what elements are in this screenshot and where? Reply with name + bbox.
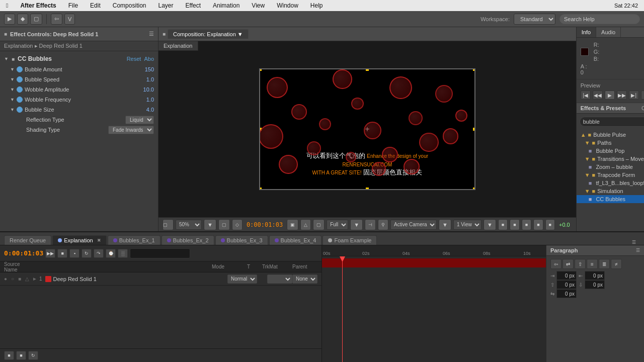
panel-options[interactable]: ☰ <box>149 31 154 37</box>
toolbar-btn-2[interactable]: ◆ <box>17 14 28 25</box>
para-indent-right[interactable] <box>585 271 605 280</box>
playhead[interactable] <box>342 256 343 362</box>
comp-toolbar-btn-region[interactable]: ▢ <box>163 219 174 230</box>
comp-toolbar-btn-grid[interactable]: ⊣ <box>365 219 376 230</box>
prop-value-wobble-frequency[interactable]: 1.0 <box>146 97 154 103</box>
comp-toolbar-btn-6[interactable]: ▢ <box>313 219 325 230</box>
timeline-tab-bubbles-ex2[interactable]: Bubbles_Ex_2 <box>162 235 214 245</box>
menu-effect[interactable]: Effect <box>184 1 203 10</box>
comp-toolbar-btn-4[interactable]: ▣ <box>287 219 298 230</box>
layer-collapse-toggle[interactable]: ► <box>32 276 39 282</box>
comp-toolbar-btn-3[interactable]: ◇ <box>232 219 243 230</box>
tree-item-tf-loop[interactable]: ■ tf_L3_B...bles_loop5s <box>577 179 644 187</box>
layer-shy-toggle[interactable]: △ <box>25 276 32 282</box>
workspace-select[interactable]: Standard <box>514 14 555 25</box>
preview-prev-frame[interactable]: ◀◀ <box>593 90 603 100</box>
layer-lock-toggle[interactable]: ■ <box>18 276 25 282</box>
para-align-center[interactable]: ⇄ <box>562 259 574 269</box>
prop-dropdown-reflection-type[interactable]: Liquid <box>125 116 154 124</box>
tl-bottom-btn-2[interactable]: ■ <box>16 351 26 360</box>
timeline-tab-bubbles-ex1[interactable]: Bubbles_Ex_1 <box>108 235 160 245</box>
tree-item-simulation[interactable]: ▼ ■ Simulation <box>577 187 644 195</box>
para-align-left[interactable]: ⇦ <box>550 259 561 269</box>
para-space-before[interactable] <box>556 280 577 289</box>
menu-view[interactable]: View <box>250 1 267 10</box>
tab-info[interactable]: Info <box>577 27 596 37</box>
tree-item-trapcode[interactable]: ▼ ■ Trapcode Form <box>577 171 644 179</box>
explanation-inner-tab[interactable]: Explanation <box>158 41 198 51</box>
preview-last[interactable]: ▶| <box>629 90 639 100</box>
tl-bottom-btn-1[interactable]: ■ <box>4 351 14 360</box>
reset-button[interactable]: Reset <box>127 56 141 62</box>
comp-toolbar-btn-extra4[interactable]: ■ <box>533 219 543 230</box>
comp-tab-explanation[interactable]: Composition: Explanation ▼ <box>168 29 249 39</box>
timeline-tab-close-explanation[interactable]: ✖ <box>97 238 101 243</box>
para-justify-all[interactable]: ≠ <box>611 259 622 269</box>
effect-expand-icon[interactable]: ▼ <box>4 56 9 61</box>
para-align-right[interactable]: ⇧ <box>575 259 586 269</box>
para-indent-left[interactable] <box>556 271 577 280</box>
timeline-panel-options[interactable]: ☰ <box>628 240 640 245</box>
timeline-btn-7[interactable]: ░ <box>118 249 128 258</box>
menu-animation[interactable]: Animation <box>211 1 242 10</box>
layer-trkmat-dropdown[interactable] <box>267 275 292 284</box>
timeline-btn-3[interactable]: ▪ <box>69 249 79 258</box>
canvas-handle-br[interactable] <box>472 187 475 190</box>
canvas-handle-bm[interactable] <box>365 187 369 190</box>
toolbar-btn-5[interactable]: V <box>64 14 75 25</box>
apple-menu[interactable]:  <box>4 1 10 10</box>
comp-toolbar-btn-extra2[interactable]: ■ <box>510 219 519 230</box>
timeline-search-input[interactable] <box>130 248 190 258</box>
menu-file[interactable]: File <box>66 1 80 10</box>
search-input[interactable] <box>559 14 640 24</box>
prop-stopwatch-bubble-speed[interactable] <box>17 76 23 82</box>
character-tab[interactable]: Characte <box>641 105 644 111</box>
tree-item-zoom-bubble[interactable]: ■ Zoom – bubble <box>577 163 644 171</box>
tree-item-transitions[interactable]: ▼ ■ Transitions – Movement <box>577 155 644 163</box>
menu-layer[interactable]: Layer <box>156 1 175 10</box>
layer-track-bar[interactable] <box>322 258 546 267</box>
prop-stopwatch-wobble-frequency[interactable] <box>17 97 23 103</box>
preview-first[interactable]: |◀ <box>581 90 591 100</box>
canvas-handle-tm[interactable] <box>365 68 369 71</box>
timeline-tab-bubbles-ex3[interactable]: Bubbles_Ex_3 <box>215 235 268 245</box>
toolbar-btn-4[interactable]: ⇦ <box>51 14 62 25</box>
canvas-handle-rm[interactable] <box>472 127 475 131</box>
effects-search-input[interactable] <box>580 117 644 127</box>
effect-checkbox[interactable]: ■ <box>12 56 15 62</box>
tree-item-bubble-pop[interactable]: ■ Bubble Pop <box>577 147 644 155</box>
tree-item-bubble-pulse[interactable]: ▲ ■ Bubble Pulse <box>577 131 644 139</box>
zoom-select[interactable]: 50% 100% <box>176 220 202 230</box>
comp-toolbar-btn-2[interactable]: ▢ <box>218 219 230 230</box>
para-col-gutter[interactable] <box>556 289 577 298</box>
timeline-timecode[interactable]: 0:00:01:03 <box>4 249 43 257</box>
para-space-after[interactable] <box>585 280 605 289</box>
canvas-handle-tr[interactable] <box>472 68 475 71</box>
camera-select[interactable]: Active Camera <box>390 220 437 230</box>
tab-audio[interactable]: Audio <box>596 27 621 37</box>
comp-zoom-arrow[interactable]: ▼ <box>204 219 216 230</box>
comp-quality-arrow[interactable]: ▼ <box>350 219 363 230</box>
paragraph-options[interactable]: ☰ <box>636 248 640 253</box>
preview-audio[interactable]: ♬ <box>641 90 644 100</box>
comp-toolbar-btn-5[interactable]: △ <box>300 219 311 230</box>
prop-expand-wobble-amplitude[interactable]: ▼ <box>10 87 15 92</box>
comp-toolbar-btn-extra5[interactable]: ■ <box>545 219 555 230</box>
tree-item-cc-bubbles[interactable]: ■ CC Bubbles <box>577 195 644 203</box>
timeline-btn-5[interactable]: ↷ <box>94 249 104 258</box>
comp-toolbar-btn-extra[interactable]: ■ <box>498 219 508 230</box>
menu-help[interactable]: Help <box>308 1 325 10</box>
timeline-btn-1[interactable]: ▶▶ <box>45 249 55 258</box>
prop-stopwatch-wobble-amplitude[interactable] <box>17 86 23 93</box>
timeline-btn-2[interactable]: ■ <box>57 249 67 258</box>
prop-dropdown-shading-type[interactable]: Fade Inwards <box>108 126 154 134</box>
para-justify-center[interactable]: ≣ <box>599 259 610 269</box>
tree-item-paths[interactable]: ▼ ■ Paths <box>577 139 644 147</box>
comp-toolbar-btn-cam[interactable]: ⚲ <box>378 219 388 230</box>
timeline-tab-explanation[interactable]: Explanation ✖ <box>52 235 107 245</box>
prop-expand-bubble-speed[interactable]: ▼ <box>10 77 15 82</box>
prop-value-bubble-speed[interactable]: 1.0 <box>146 76 154 82</box>
toolbar-btn-3[interactable]: ▢ <box>30 14 42 25</box>
canvas-handle-tl[interactable] <box>259 68 262 71</box>
timeline-btn-6[interactable]: ⌚ <box>106 249 116 258</box>
